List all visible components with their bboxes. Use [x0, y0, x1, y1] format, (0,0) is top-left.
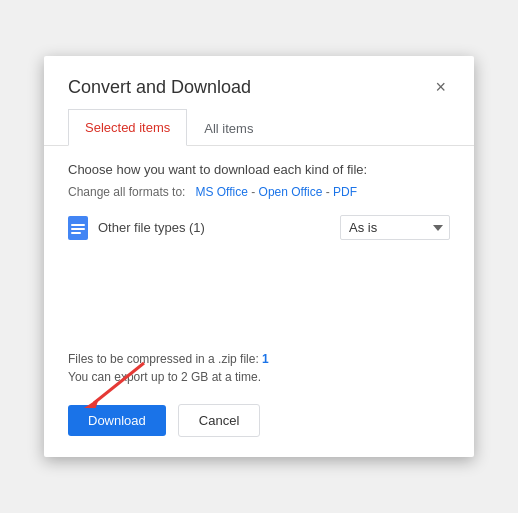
file-type-row: Other file types (1) As is MS Office Ope…: [68, 215, 450, 240]
zip-info: Files to be compressed in a .zip file: 1: [68, 352, 450, 366]
convert-download-dialog: Convert and Download × Selected items Al…: [44, 56, 474, 457]
dialog-header: Convert and Download ×: [44, 56, 474, 108]
cancel-button[interactable]: Cancel: [178, 404, 260, 437]
svg-rect-3: [71, 232, 81, 234]
ms-office-link[interactable]: MS Office: [195, 185, 247, 199]
format-links-label: Change all formats to:: [68, 185, 185, 199]
dialog-actions: Download Cancel: [44, 396, 474, 457]
export-limit-text: You can export up to 2 GB at a time.: [68, 370, 450, 384]
tab-all-items[interactable]: All items: [187, 109, 270, 146]
close-button[interactable]: ×: [431, 76, 450, 98]
zip-text-before: Files to be compressed in a .zip file:: [68, 352, 259, 366]
open-office-link[interactable]: Open Office: [259, 185, 323, 199]
format-select[interactable]: As is MS Office Open Office PDF: [340, 215, 450, 240]
svg-rect-2: [71, 228, 85, 230]
footer-info: Files to be compressed in a .zip file: 1…: [44, 352, 474, 384]
separator-1: -: [251, 185, 258, 199]
download-button[interactable]: Download: [68, 405, 166, 436]
file-type-label: Other file types (1): [98, 220, 330, 235]
spacer: [68, 252, 450, 332]
separator-2: -: [326, 185, 333, 199]
zip-count: 1: [262, 352, 269, 366]
tabs-container: Selected items All items: [44, 108, 474, 146]
section-description: Choose how you want to download each kin…: [68, 162, 450, 177]
svg-rect-1: [71, 224, 85, 226]
dialog-title: Convert and Download: [68, 77, 251, 98]
dialog-body: Choose how you want to download each kin…: [44, 146, 474, 352]
tab-selected-items[interactable]: Selected items: [68, 109, 187, 146]
file-type-icon: [68, 216, 88, 240]
actions-area: Download Cancel: [44, 396, 474, 457]
pdf-link[interactable]: PDF: [333, 185, 357, 199]
format-links-row: Change all formats to: MS Office - Open …: [68, 185, 450, 199]
